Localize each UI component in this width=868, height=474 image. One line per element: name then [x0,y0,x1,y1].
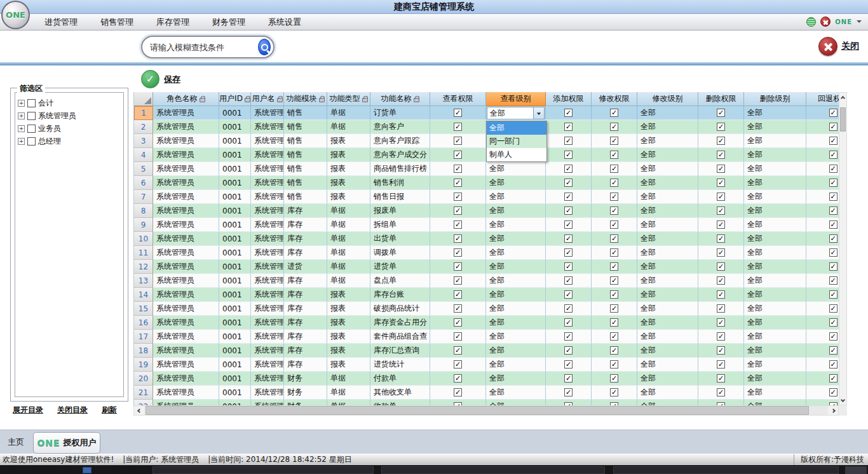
cell-mod_perm[interactable]: ✓ [592,134,637,148]
cell-mod_perm[interactable]: ✓ [592,204,637,218]
checkbox-checked[interactable]: ✓ [564,151,573,159]
checkbox-checked[interactable]: ✓ [564,179,573,187]
row-number[interactable]: 6 [134,176,153,190]
dropdown-option[interactable]: 制单人 [487,148,546,161]
checkbox-checked[interactable]: ✓ [829,360,837,369]
scroll-right-button[interactable] [828,406,838,415]
cell-add_perm[interactable]: ✓ [546,302,592,316]
cell-rollback_perm[interactable]: ✓ [806,400,839,405]
checkbox-checked[interactable]: ✓ [454,262,462,271]
expand-icon[interactable]: + [18,125,25,132]
cell-view_perm[interactable]: ✓ [430,232,486,246]
column-header[interactable]: 添加权限 [546,92,592,106]
cell-add_perm[interactable]: ✓ [546,162,592,176]
checkbox-checked[interactable]: ✓ [717,318,725,327]
cell-del_level[interactable]: 全部 [744,176,806,190]
cell-view_level[interactable]: 全部 [486,302,546,316]
one-menu[interactable]: ONE [835,18,852,25]
cell-del_level[interactable]: 全部 [744,260,806,274]
row-number[interactable]: 9 [134,218,153,232]
cell-view_level[interactable]: 全部 [486,162,546,176]
cell-del_perm[interactable]: ✓ [698,204,744,218]
vertical-scrollbar[interactable] [839,92,847,405]
cell-rollback_perm[interactable]: ✓ [806,372,839,386]
cell-del_perm[interactable]: ✓ [698,274,744,288]
cell-rollback_perm[interactable]: ✓ [806,190,839,204]
cell-del_perm[interactable]: ✓ [698,302,744,316]
cell-del_perm[interactable]: ✓ [698,260,744,274]
checkbox-checked[interactable]: ✓ [564,193,573,201]
cell-mod_level[interactable]: 全部 [637,204,698,218]
checkbox-checked[interactable]: ✓ [564,290,573,299]
cell-view_perm[interactable]: ✓ [430,372,486,386]
cell-view_perm[interactable]: ✓ [430,176,486,190]
checkbox-checked[interactable]: ✓ [829,151,837,159]
cell-del_perm[interactable]: ✓ [698,316,744,330]
cell-del_perm[interactable]: ✓ [698,358,744,372]
cell-mod_level[interactable]: 全部 [637,148,698,162]
cell-view_perm[interactable]: ✓ [430,120,486,134]
close-button[interactable]: 关闭 [841,41,859,52]
cell-view_level[interactable]: 全部 [486,204,546,218]
checkbox-checked[interactable]: ✓ [564,304,573,313]
combobox-dropdown-button[interactable] [533,107,544,119]
cell-rollback_perm[interactable]: ✓ [806,162,839,176]
checkbox-checked[interactable]: ✓ [717,332,725,341]
cell-add_perm[interactable]: ✓ [546,288,592,302]
checkbox-checked[interactable]: ✓ [564,360,573,369]
cell-mod_perm[interactable]: ✓ [592,120,637,134]
cell-view_perm[interactable]: ✓ [430,162,486,176]
scroll-down-button[interactable] [839,395,846,405]
row-number[interactable]: 21 [134,386,153,400]
cell-mod_level[interactable]: 全部 [637,246,698,260]
cell-mod_perm[interactable]: ✓ [592,274,637,288]
checkbox-checked[interactable]: ✓ [829,374,837,383]
cell-rollback_perm[interactable]: ✓ [806,246,839,260]
row-number[interactable]: 3 [134,134,153,148]
checkbox-checked[interactable]: ✓ [829,220,837,229]
checkbox-checked[interactable]: ✓ [610,151,618,159]
cell-mod_perm[interactable]: ✓ [592,358,637,372]
cell-add_perm[interactable]: ✓ [546,344,592,358]
cell-add_perm[interactable]: ✓ [546,148,592,162]
checkbox-checked[interactable]: ✓ [717,123,725,131]
cell-view_perm[interactable]: ✓ [430,302,486,316]
checkbox-checked[interactable]: ✓ [610,276,618,285]
column-header[interactable]: 查看权限 [430,92,486,106]
checkbox-checked[interactable]: ✓ [454,123,462,131]
taskbar-button[interactable] [845,466,867,474]
checkbox-checked[interactable]: ✓ [717,165,725,173]
checkbox-checked[interactable]: ✓ [717,374,725,383]
cell-del_perm[interactable]: ✓ [698,330,744,344]
tree-item[interactable]: +总经理 [18,135,121,147]
cell-mod_level[interactable]: 全部 [637,260,698,274]
cell-view_level[interactable]: 全部 [486,316,546,330]
cell-mod_level[interactable]: 全部 [637,134,698,148]
cell-mod_perm[interactable]: ✓ [592,372,637,386]
close-icon[interactable] [818,37,837,56]
checkbox-checked[interactable]: ✓ [717,304,725,313]
cell-rollback_perm[interactable]: ✓ [806,232,839,246]
row-number[interactable]: 8 [134,204,153,218]
cell-mod_perm[interactable]: ✓ [592,190,637,204]
cell-mod_perm[interactable]: ✓ [592,330,637,344]
cell-rollback_perm[interactable]: ✓ [806,106,839,120]
checkbox-checked[interactable]: ✓ [564,137,573,145]
checkbox-checked[interactable]: ✓ [717,193,725,201]
cell-view_level[interactable]: 全部 [486,288,546,302]
expand-icon[interactable]: + [18,100,25,107]
cell-view_perm[interactable]: ✓ [430,386,486,400]
cell-mod_level[interactable]: 全部 [637,316,698,330]
cell-del_level[interactable]: 全部 [744,162,806,176]
cell-view_perm[interactable]: ✓ [430,288,486,302]
checkbox-checked[interactable]: ✓ [610,262,618,271]
checkbox-checked[interactable]: ✓ [564,346,573,355]
checkbox-checked[interactable]: ✓ [564,318,573,327]
cell-del_level[interactable]: 全部 [744,400,806,405]
cell-mod_level[interactable]: 全部 [637,120,698,134]
cell-del_level[interactable]: 全部 [744,232,806,246]
row-number[interactable]: 20 [134,372,153,386]
column-header[interactable]: 用户名 [251,92,284,106]
checkbox-checked[interactable]: ✓ [454,248,462,257]
cell-del_perm[interactable]: ✓ [698,190,744,204]
